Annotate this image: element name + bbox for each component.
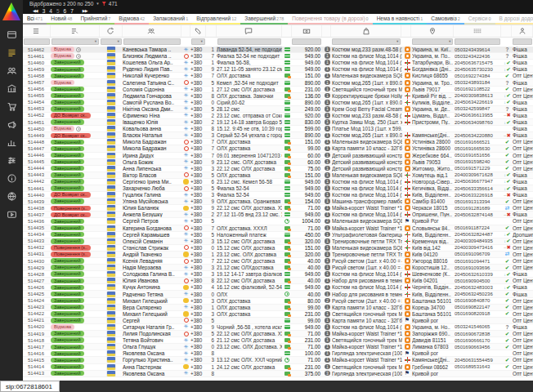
- product-name[interactable]: Костюм на флисе Мод.1014 (1ш..: [332, 271, 402, 277]
- customer-name[interactable]: Юлия Баланюк: [123, 205, 181, 211]
- order-row[interactable]: 514421ЗавершенийСергей+380599.001Карта п…: [23, 318, 533, 324]
- order-comment[interactable]: 24.12 смс ОЛХ доставка: [217, 364, 282, 370]
- order-comment[interactable]: Фиалка 52-54 не подходит: [217, 53, 282, 59]
- customer-phone[interactable]: +380: [190, 153, 206, 158]
- order-row[interactable]: 514441ЗавершенийЗахарченко Люба+3805Фиал…: [23, 185, 533, 192]
- product-name[interactable]: Костюм на флисе Мод.1014 (1ш..: [332, 179, 402, 185]
- order-comment[interactable]: 16.12 смс фіалковий, 52-54: [217, 284, 282, 290]
- tracking-number[interactable]: [455, 126, 502, 131]
- order-id[interactable]: 514436: [23, 218, 51, 224]
- order-id[interactable]: 514429: [23, 265, 51, 270]
- status-badge[interactable]: Завершений: [51, 258, 84, 264]
- product-name[interactable]: Майка-корсет Waist Trainer *142..: [332, 357, 402, 363]
- product-name[interactable]: Майка-корсет Waist Trainer *142..: [332, 344, 402, 350]
- order-id[interactable]: 514433: [23, 238, 51, 244]
- order-row[interactable]: 514445ЗавершенийОльга Божик✳+380923.12 с…: [23, 159, 533, 166]
- status-badge[interactable]: Завершений: [51, 265, 84, 270]
- order-row[interactable]: 514456ЗавершенийСоломія Сідоніна✳+380127…: [23, 87, 533, 93]
- customer-phone[interactable]: +380: [190, 60, 206, 65]
- filter-phone[interactable]: [191, 38, 205, 45]
- customer-phone[interactable]: +380: [190, 311, 206, 317]
- tracking-number[interactable]: 20400309838613: [455, 93, 502, 99]
- order-id[interactable]: 514417: [23, 344, 51, 350]
- order-comment[interactable]: 19.12 14-18 завтра Бордо 56-58: [217, 119, 282, 125]
- order-comment[interactable]: Чорний ,56-58 , хотела исключ..: [217, 324, 282, 330]
- order-row[interactable]: 514453ЗавершенийНікітіна Оксана Дми..✳+3…: [23, 106, 533, 113]
- tracking-number[interactable]: 20450632610339: [455, 271, 502, 277]
- customer-phone[interactable]: +380: [190, 106, 206, 112]
- order-row[interactable]: 514427ЗавершенийЮлия Иванова+380822.12 с…: [23, 278, 533, 284]
- product-name[interactable]: Майка-корсет Waist Trainer *142..: [332, 225, 402, 231]
- sidebar-item-video-icon[interactable]: [0, 205, 23, 223]
- order-row[interactable]: 514452ДО Возврат ск..Єфименко Ніна✳+3802…: [23, 113, 533, 119]
- tab-В дорозі додому[interactable]: В дорозі додому0: [495, 14, 533, 24]
- delivery-address[interactable]: Гребінки 08662: [412, 364, 455, 370]
- order-comment[interactable]: Наложенный платеж: [217, 232, 282, 238]
- delivery-address[interactable]: Черкаси 18015: [412, 205, 455, 211]
- delivery-address[interactable]: Устинівка 28600: [412, 145, 455, 151]
- first-page-button[interactable]: ◀◀: [33, 8, 38, 13]
- customer-phone[interactable]: +380: [190, 284, 206, 290]
- filter-amount[interactable]: [292, 38, 321, 45]
- tracking-number[interactable]: 0503241546065: [455, 324, 502, 330]
- delivery-address[interactable]: Кегичівка, Відді..: [412, 185, 455, 191]
- order-row[interactable]: 514425ЗавершенийРадченко Тетяна✳+3800ОЛХ…: [23, 291, 533, 297]
- status-badge[interactable]: Завершений: [51, 298, 84, 304]
- product-name[interactable]: Машина-трансформер ламборд..: [332, 198, 402, 204]
- customer-phone[interactable]: +380: [190, 305, 206, 310]
- product-name[interactable]: Платье Мод 1013 (1шт. х 599.00..: [332, 126, 402, 131]
- order-id[interactable]: 514427: [23, 278, 51, 283]
- order-row[interactable]: 514444ЗавершенийАнна Липенська✳+380322.1…: [23, 166, 533, 172]
- customer-phone[interactable]: +380: [190, 139, 206, 145]
- tab-Самовивіз[interactable]: Самовивіз2: [427, 14, 464, 24]
- tracking-number[interactable]: 20450636715475: [455, 60, 502, 65]
- order-comment[interactable]: ОЛХ доставка: [217, 298, 282, 304]
- order-comment[interactable]: 28.12 смс: [217, 106, 282, 112]
- order-comment[interactable]: 23.12 смс. ОЛХ Доставка. ХХХ..: [217, 344, 282, 350]
- delivery-address[interactable]: Київ, Відділенн..: [412, 232, 455, 238]
- sidebar-item-cart-icon[interactable]: [0, 97, 23, 115]
- last-page-button[interactable]: ▶▶: [83, 8, 87, 13]
- customer-name[interactable]: Уляна Мусійовська: [123, 198, 181, 204]
- customer-name[interactable]: Сергей Карамышев: [123, 232, 181, 238]
- tracking-number[interactable]: 0501690666170: [455, 337, 502, 343]
- tracking-number[interactable]: 0501692108522: [455, 87, 502, 92]
- sip-caller-id[interactable]: sip:0672818601: [0, 381, 60, 392]
- status-badge[interactable]: Завершений: [51, 358, 84, 363]
- customer-name[interactable]: Анна Липенська: [123, 166, 181, 172]
- tab-Відправлений[interactable]: Відправлений12: [192, 14, 240, 24]
- order-id[interactable]: 514440: [23, 192, 51, 198]
- order-row[interactable]: 514458ЗавершенийНиколай Кучеренко✳+3807О…: [23, 73, 533, 79]
- status-badge[interactable]: Завершений: [51, 364, 84, 370]
- customer-phone[interactable]: +380: [190, 298, 206, 304]
- tracking-number[interactable]: 0501690672838: [455, 331, 502, 336]
- delivery-address[interactable]: Пристроми, Пу..: [412, 119, 455, 125]
- product-name[interactable]: Корректирующие брюки Hollyw..: [332, 93, 402, 99]
- order-row[interactable]: 514451ЗавершенийІващенко Юлія✳+380219.12…: [23, 119, 533, 126]
- status-badge[interactable]: Повернення (з..: [51, 252, 91, 257]
- order-comment[interactable]: 13.12 смс ОЛХ. ХХЛ чорний: [217, 357, 282, 363]
- order-row[interactable]: 514460ЗавершенийКошелева Ольга Ар..✳+380…: [23, 60, 533, 66]
- customer-name[interactable]: Ситарчук Наталія Гр..: [123, 324, 181, 330]
- order-comment[interactable]: ОЛХ доставка: [217, 145, 282, 151]
- customer-phone[interactable]: +380: [190, 337, 206, 343]
- delivery-address[interactable]: Давидів 81151: [412, 337, 455, 343]
- status-badge[interactable]: Завершений: [51, 119, 84, 125]
- filter-product[interactable]: [332, 38, 401, 45]
- tracking-number[interactable]: 0501691571229: [455, 166, 502, 172]
- product-name[interactable]: Рисуй светом (1шт. х 40.00 = 40..: [332, 265, 402, 270]
- customer-phone[interactable]: +380: [190, 265, 206, 270]
- order-row[interactable]: 514429ЗавершенийНадія Мерзаєва✳+380321.1…: [23, 265, 533, 271]
- product-name[interactable]: Костюм мод.265 (1шт. х 890.00 ..: [332, 100, 402, 105]
- delivery-address[interactable]: Кривой рог: [412, 371, 455, 376]
- customer-phone[interactable]: +380: [190, 159, 206, 165]
- order-comment[interactable]: 09.01 звернення 10471203 04..: [217, 153, 282, 158]
- customer-name[interactable]: Кошелева Ольга Ар..: [123, 60, 181, 65]
- customer-phone[interactable]: +380: [190, 87, 206, 92]
- filter-tracking[interactable]: [455, 38, 500, 45]
- filter-flag[interactable]: [101, 38, 122, 45]
- status-badge[interactable]: Відмова: [51, 80, 74, 86]
- product-name[interactable]: Костюм мод.265 (1шт. х 890.00 ..: [332, 79, 402, 85]
- order-id[interactable]: 514438: [23, 205, 51, 211]
- customer-phone[interactable]: +380: [190, 119, 206, 125]
